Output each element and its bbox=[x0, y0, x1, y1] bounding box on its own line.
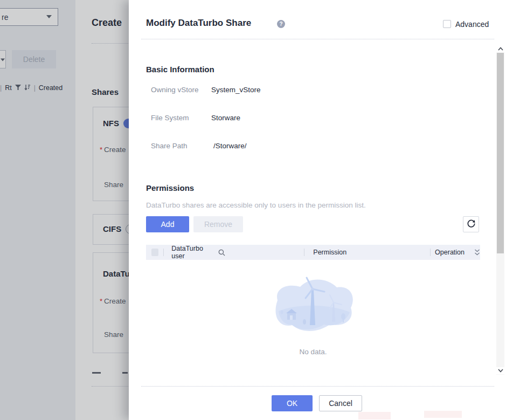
permissions-table-header: DataTurbo user Permission Operation bbox=[146, 245, 480, 260]
drawer-title: Modify DataTurbo Share bbox=[146, 18, 251, 29]
no-data-text: No data. bbox=[146, 348, 480, 356]
owning-vstore-value: System_vStore bbox=[211, 86, 261, 94]
permissions-description: DataTurbo shares are accessible only to … bbox=[146, 201, 366, 209]
basic-information-heading: Basic Information bbox=[146, 65, 214, 74]
column-divider bbox=[163, 249, 164, 256]
artifact-highlight bbox=[424, 411, 462, 418]
ok-button[interactable]: OK bbox=[272, 395, 313, 411]
file-system-label: File System bbox=[151, 114, 189, 122]
share-path-label: Share Path bbox=[151, 142, 188, 150]
screen: re Delete | Rt | Created Create Shares bbox=[0, 0, 506, 420]
modify-dataturbo-share-drawer: Modify DataTurbo Share ? Advanced Basic … bbox=[129, 0, 506, 420]
help-icon[interactable]: ? bbox=[277, 20, 285, 28]
advanced-checkbox[interactable] bbox=[443, 20, 451, 28]
scrollbar-down-arrow[interactable] bbox=[496, 367, 504, 374]
column-header-operation[interactable]: Operation bbox=[435, 249, 465, 256]
modal-dim-overlay bbox=[0, 0, 129, 420]
refresh-icon bbox=[467, 219, 476, 230]
file-system-value: Storware bbox=[211, 114, 240, 122]
advanced-checkbox-label: Advanced bbox=[455, 20, 489, 29]
empty-state bbox=[146, 272, 480, 339]
artifact-highlight bbox=[358, 412, 391, 419]
refresh-button[interactable] bbox=[463, 216, 479, 232]
cancel-button[interactable]: Cancel bbox=[319, 395, 362, 411]
remove-button[interactable]: Remove bbox=[193, 216, 243, 232]
column-divider bbox=[304, 249, 304, 256]
share-path-value: /Storware/ bbox=[213, 142, 247, 150]
permissions-heading: Permissions bbox=[146, 183, 194, 192]
select-all-checkbox[interactable] bbox=[151, 249, 158, 256]
scrollbar-up-arrow[interactable] bbox=[496, 45, 504, 52]
divider bbox=[141, 386, 494, 387]
column-header-dataturbo-user[interactable]: DataTurbo user bbox=[171, 245, 216, 260]
scrollbar-thumb[interactable] bbox=[497, 53, 504, 253]
column-header-permission[interactable]: Permission bbox=[313, 249, 346, 256]
wind-turbine-illustration bbox=[270, 329, 356, 339]
divider bbox=[141, 39, 494, 39]
search-icon[interactable] bbox=[218, 249, 225, 256]
double-chevron-down-icon[interactable] bbox=[474, 249, 480, 256]
column-divider bbox=[430, 249, 431, 256]
add-button[interactable]: Add bbox=[146, 216, 189, 232]
owning-vstore-label: Owning vStore bbox=[151, 86, 199, 94]
